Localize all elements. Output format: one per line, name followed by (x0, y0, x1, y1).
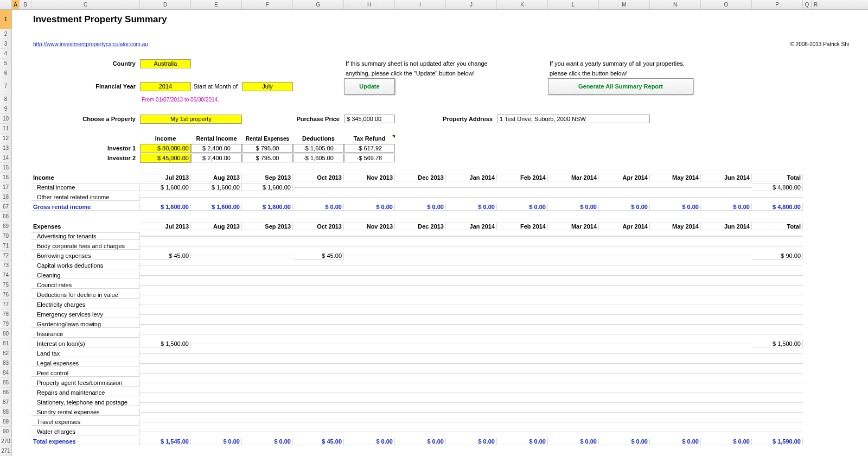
investor-value[interactable]: $ 45,000.00 (140, 154, 191, 163)
expense-cell[interactable] (395, 285, 446, 286)
expense-cell[interactable] (497, 402, 548, 403)
expense-cell[interactable] (140, 334, 191, 334)
expense-cell[interactable] (140, 412, 191, 413)
expense-cell[interactable] (701, 383, 752, 383)
expense-cell[interactable] (191, 344, 242, 344)
expense-cell[interactable] (395, 412, 446, 413)
expense-cell[interactable] (293, 275, 344, 276)
expense-cell[interactable] (242, 305, 293, 305)
expense-cell[interactable] (650, 334, 701, 334)
expense-cell[interactable] (599, 275, 650, 276)
expense-cell[interactable] (191, 285, 242, 286)
expense-cell[interactable]: $ 1,500.00 (752, 340, 803, 347)
expense-cell[interactable] (395, 246, 446, 246)
expense-cell[interactable] (344, 422, 395, 422)
expense-cell[interactable] (395, 295, 446, 295)
income-cell[interactable]: $ 1,600.00 (140, 184, 191, 191)
expense-cell[interactable] (344, 393, 395, 393)
expense-cell[interactable] (395, 344, 446, 344)
expense-cell[interactable] (548, 422, 599, 422)
expense-cell[interactable] (599, 432, 650, 432)
expense-cell[interactable] (599, 353, 650, 354)
expense-cell[interactable] (650, 363, 701, 364)
expense-cell[interactable] (701, 275, 752, 276)
col-header-p[interactable]: P (752, 0, 803, 9)
row-header[interactable]: 73 (0, 261, 12, 270)
expense-cell[interactable] (293, 334, 344, 334)
row-header[interactable]: 4 (0, 49, 12, 59)
expense-cell[interactable] (191, 324, 242, 325)
expense-cell[interactable] (650, 246, 701, 246)
expense-cell[interactable] (752, 275, 803, 276)
expense-cell[interactable] (242, 324, 293, 325)
expense-cell[interactable] (599, 393, 650, 393)
row-header[interactable]: 11 (0, 124, 12, 134)
expense-cell[interactable] (395, 402, 446, 403)
row-header[interactable]: 7 (0, 78, 12, 94)
row-header[interactable]: 10 (0, 114, 12, 124)
expense-cell[interactable] (191, 402, 242, 403)
expense-cell[interactable] (242, 275, 293, 276)
expense-cell[interactable] (293, 402, 344, 403)
expense-cell[interactable] (242, 314, 293, 315)
expense-cell[interactable] (191, 256, 242, 256)
expense-cell[interactable] (293, 285, 344, 286)
row-header[interactable]: 9 (0, 104, 12, 114)
row-header[interactable]: 5 (0, 59, 12, 68)
expense-cell[interactable] (293, 412, 344, 413)
expense-cell[interactable] (548, 432, 599, 432)
expense-cell[interactable] (548, 412, 599, 413)
expense-cell[interactable] (548, 246, 599, 246)
expense-cell[interactable] (191, 275, 242, 276)
income-cell[interactable] (191, 197, 242, 198)
income-cell[interactable] (701, 197, 752, 198)
expense-cell[interactable] (650, 324, 701, 325)
expense-cell[interactable] (191, 236, 242, 237)
row-header[interactable]: 83 (0, 358, 12, 368)
row-header[interactable]: 88 (0, 407, 12, 417)
expense-cell[interactable] (344, 285, 395, 286)
expense-cell[interactable] (344, 305, 395, 305)
col-header-f[interactable]: F (242, 0, 293, 9)
col-header-l[interactable]: L (548, 0, 599, 9)
expense-cell[interactable] (293, 295, 344, 295)
expense-cell[interactable] (752, 432, 803, 432)
expense-cell[interactable] (650, 402, 701, 403)
expense-cell[interactable] (446, 383, 497, 383)
income-cell[interactable] (752, 197, 803, 198)
expense-cell[interactable] (446, 265, 497, 266)
expense-cell[interactable] (395, 324, 446, 325)
expense-cell[interactable]: $ 1,500.00 (140, 340, 191, 347)
expense-cell[interactable] (446, 373, 497, 374)
expense-cell[interactable] (599, 412, 650, 413)
expense-cell[interactable] (497, 344, 548, 344)
expense-cell[interactable] (752, 422, 803, 422)
expense-cell[interactable] (497, 373, 548, 374)
expense-cell[interactable] (446, 412, 497, 413)
expense-cell[interactable] (191, 373, 242, 374)
expense-cell[interactable] (395, 353, 446, 354)
row-header[interactable]: 74 (0, 270, 12, 280)
row-header[interactable]: 8 (0, 94, 12, 104)
expense-cell[interactable] (395, 314, 446, 315)
expense-cell[interactable] (548, 353, 599, 354)
expense-cell[interactable] (344, 373, 395, 374)
expense-cell[interactable] (497, 353, 548, 354)
income-cell[interactable] (650, 187, 701, 188)
expense-cell[interactable] (446, 275, 497, 276)
expense-cell[interactable] (752, 383, 803, 383)
col-header-n[interactable]: N (650, 0, 701, 9)
expense-cell[interactable] (650, 432, 701, 432)
financial-year-input[interactable]: 2014 (140, 82, 191, 91)
row-header[interactable]: 69 (0, 222, 12, 231)
expense-cell[interactable] (446, 353, 497, 354)
expense-cell[interactable] (701, 432, 752, 432)
col-header-c[interactable]: C (31, 0, 140, 9)
expense-cell[interactable] (191, 305, 242, 305)
expense-cell[interactable] (140, 432, 191, 432)
income-cell[interactable] (395, 187, 446, 188)
expense-cell[interactable] (548, 256, 599, 256)
expense-cell[interactable] (599, 383, 650, 383)
expense-cell[interactable] (191, 265, 242, 266)
expense-cell[interactable] (701, 393, 752, 393)
